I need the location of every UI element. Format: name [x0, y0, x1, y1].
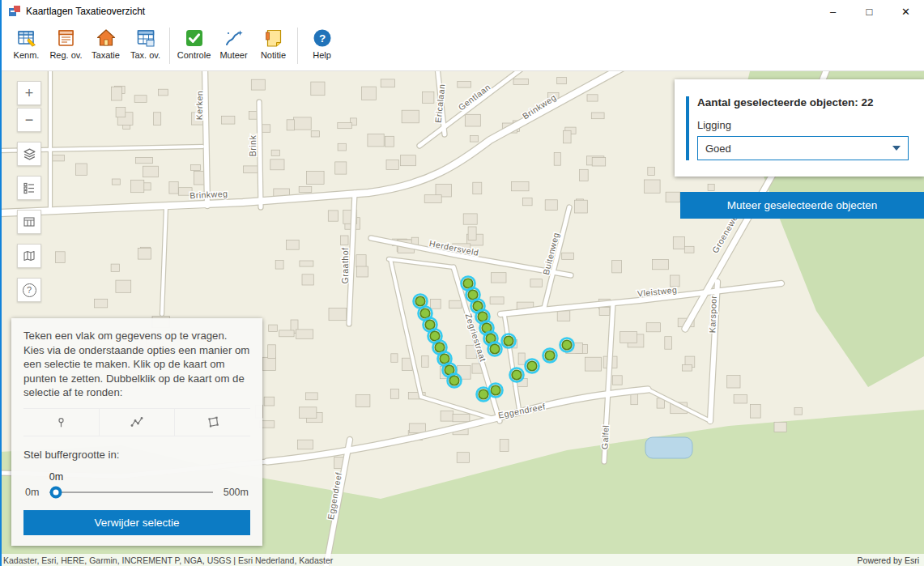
- remove-selection-button[interactable]: Verwijder selectie: [23, 510, 250, 535]
- basemap-button[interactable]: [17, 244, 41, 268]
- buffer-slider-handle[interactable]: [50, 486, 62, 498]
- maximize-button[interactable]: □: [851, 0, 888, 23]
- draw-point-button[interactable]: [23, 409, 100, 436]
- street-label: Galfel: [599, 424, 611, 449]
- map-help-glyph: ?: [23, 283, 36, 297]
- toolbar-button-taxatie-overzicht[interactable]: Tax. ov.: [126, 26, 165, 60]
- toolbar-label: Tax. ov.: [130, 50, 160, 60]
- selected-object-marker[interactable]: [562, 340, 572, 350]
- toolbar: Kenm. Reg. ov. Taxatie Tax. o: [0, 23, 924, 71]
- legend-button[interactable]: [17, 176, 41, 200]
- taxatie-icon: [96, 28, 117, 49]
- slider-min-label: 0m: [25, 487, 39, 498]
- ligging-dropdown-value: Goed: [705, 143, 731, 155]
- toolbar-label: Taxatie: [92, 50, 120, 60]
- mutate-selected-button[interactable]: Muteer geselecteerde objecten: [680, 192, 924, 219]
- draw-mode-buttons: [23, 408, 250, 436]
- selected-object-marker[interactable]: [545, 351, 555, 360]
- notitie-icon: [263, 28, 284, 49]
- toolbar-separator: [169, 28, 170, 64]
- basemap-icon: [23, 249, 36, 262]
- taxatie-overzicht-icon: [135, 28, 156, 49]
- attribute-table-icon: [23, 215, 36, 228]
- map-container: KerkenBrinkEricalaanGentlaanBrinkwegBrin…: [0, 71, 924, 566]
- powered-by-esri: Powered by Esri: [858, 555, 919, 565]
- kenmerken-icon: [16, 28, 37, 49]
- map-help-button[interactable]: ?: [17, 278, 41, 302]
- pond: [645, 437, 692, 458]
- window-title: Kaartlagen Taxatieoverzicht: [26, 6, 145, 17]
- street-label: Graathof: [340, 248, 350, 284]
- toolbar-button-taxatie[interactable]: Taxatie: [86, 26, 126, 60]
- selection-info-panel: Aantal geselecteerde objecten: 22 Liggin…: [675, 79, 924, 177]
- toolbar-label: Notitie: [261, 50, 286, 60]
- buffer-slider-track[interactable]: 0m: [49, 492, 212, 493]
- chevron-down-icon: [892, 146, 901, 151]
- toolbar-button-notitie[interactable]: Notitie: [253, 26, 293, 60]
- layers-icon: [23, 147, 36, 161]
- zoom-in-glyph: +: [25, 85, 34, 102]
- window-border-accent: [0, 0, 2, 566]
- register-overzicht-icon: [56, 28, 77, 49]
- selected-object-marker[interactable]: [491, 385, 500, 395]
- help-icon: ?: [312, 28, 333, 49]
- street-label: Brink: [248, 135, 258, 157]
- polygon-icon: [207, 415, 219, 428]
- zoom-out-button[interactable]: −: [17, 108, 41, 132]
- street-label: Karspoor: [707, 295, 718, 333]
- attribution-bar: Kadaster, Esri, HERE, Garmin, INCREMENT …: [0, 554, 924, 566]
- selected-object-marker[interactable]: [478, 312, 488, 321]
- selected-object-marker[interactable]: [425, 320, 435, 330]
- app-window: Kaartlagen Taxatieoverzicht – □ ✕ Kenm. …: [0, 0, 924, 566]
- slider-max-label: 500m: [224, 487, 249, 498]
- ligging-label: Ligging: [697, 119, 909, 131]
- layers-button[interactable]: [17, 142, 41, 166]
- polyline-icon: [130, 415, 143, 428]
- draw-instructions: Teken een vlak om gegevens op te vragen.…: [23, 329, 250, 400]
- selected-object-marker[interactable]: [449, 376, 459, 385]
- map-tools: + −: [17, 81, 41, 302]
- toolbar-label: Controle: [177, 50, 211, 60]
- selected-object-marker[interactable]: [468, 290, 478, 300]
- minimize-button[interactable]: –: [815, 0, 851, 23]
- toolbar-button-help[interactable]: ? Help: [302, 26, 342, 60]
- toolbar-button-register-overzicht[interactable]: Reg. ov.: [46, 26, 86, 60]
- toolbar-label: Reg. ov.: [49, 50, 82, 60]
- selected-object-marker[interactable]: [527, 361, 537, 371]
- toolbar-label: Muteer: [219, 50, 247, 60]
- zoom-in-button[interactable]: +: [17, 81, 41, 105]
- close-button[interactable]: ✕: [888, 0, 924, 23]
- street-label: Kerken: [194, 91, 205, 120]
- toolbar-button-controle[interactable]: Controle: [174, 26, 214, 60]
- selected-object-marker[interactable]: [512, 370, 522, 380]
- legend-icon: [23, 181, 36, 194]
- window-controls: – □ ✕: [815, 0, 924, 23]
- selected-object-marker[interactable]: [490, 344, 500, 354]
- buffer-size-label: Stel buffergrootte in:: [23, 449, 250, 461]
- selected-objects-count: Aantal geselecteerde objecten: 22: [697, 96, 909, 109]
- toolbar-button-kenmerken[interactable]: Kenm.: [6, 26, 46, 60]
- point-icon: [55, 416, 67, 428]
- muteer-icon: [224, 28, 245, 49]
- selected-object-marker[interactable]: [479, 389, 488, 399]
- selected-object-marker[interactable]: [435, 343, 445, 352]
- titlebar: Kaartlagen Taxatieoverzicht – □ ✕: [0, 0, 924, 23]
- ligging-dropdown[interactable]: Goed: [697, 136, 909, 160]
- selected-object-marker[interactable]: [430, 331, 440, 341]
- buffer-slider-value: 0m: [49, 471, 63, 483]
- street-label: Brinkweg: [189, 189, 228, 200]
- draw-polyline-button[interactable]: [100, 409, 176, 436]
- draw-polygon-button[interactable]: [175, 409, 250, 436]
- attribute-table-button[interactable]: [17, 210, 41, 234]
- toolbar-separator: [297, 28, 298, 64]
- toolbar-label: Kenm.: [14, 50, 40, 60]
- selected-object-marker[interactable]: [420, 309, 430, 318]
- selected-object-marker[interactable]: [463, 279, 473, 288]
- selection-info-content: Aantal geselecteerde objecten: 22 Liggin…: [686, 96, 909, 160]
- app-icon: [8, 5, 21, 18]
- selected-object-marker[interactable]: [440, 354, 449, 364]
- toolbar-button-muteer[interactable]: Muteer: [214, 26, 253, 60]
- selected-object-marker[interactable]: [415, 296, 425, 306]
- selected-object-marker[interactable]: [504, 336, 513, 346]
- zoom-out-glyph: −: [25, 112, 34, 129]
